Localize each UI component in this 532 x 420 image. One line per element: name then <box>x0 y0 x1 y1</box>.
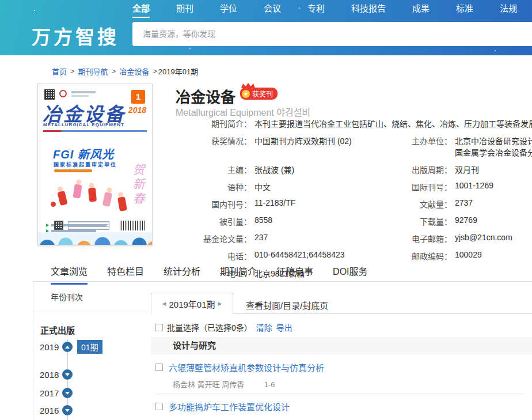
year-label[interactable]: 2019 <box>40 342 59 352</box>
journal-subtitle: Metallurgical Equipment 야김설비 <box>176 105 310 119</box>
field-label: 出版周期： <box>389 164 452 175</box>
cover-child-figure <box>102 192 113 207</box>
cover-bottom-row <box>38 221 153 232</box>
year-row-2017: 2017 <box>33 387 149 399</box>
year-row-2018: 2018 <box>33 369 149 380</box>
page: 全部 期刊 学位 会议 专利 科技报告 成果 标准 法规 万方智搜 首页 > 期… <box>0 0 532 420</box>
issue-content: ◀ 2019年01期 ▶ 查看封面/目录/封底页 批量选择（已选择0条） 清除 … <box>151 285 532 420</box>
field-value: 11-2183/TF <box>254 198 295 210</box>
current-issue-tab[interactable]: ◀ 2019年01期 ▶ <box>151 293 233 314</box>
info-row: 主编：张战波 (兼) 出版周期：双月刊 <box>176 164 532 175</box>
search-input[interactable] <box>132 22 532 46</box>
year-label[interactable]: 2017 <box>40 388 59 398</box>
field-label: 国际刊号： <box>389 181 452 192</box>
field-value: 中国期刊方阵双效期刊 (02) <box>254 135 352 146</box>
year-row-2019: 2019 01期 <box>33 341 149 353</box>
cover-barcode <box>120 221 145 230</box>
field-label: 语种： <box>176 181 252 192</box>
info-row: 国内刊号：11-2183/TF 文献量：2737 <box>176 198 532 210</box>
field-label: 主编： <box>176 164 252 175</box>
issue-chip-01[interactable]: 01期 <box>77 340 102 354</box>
cover-child-figure <box>88 187 97 202</box>
cover-ad-subtitle: 国家标准起重审定单位 <box>54 161 117 168</box>
field-value: 中文 <box>254 181 271 192</box>
nav-item-standard[interactable]: 标准 <box>456 2 473 18</box>
article-checkbox[interactable] <box>155 364 163 371</box>
nav-item-regulation[interactable]: 法规 <box>500 2 517 18</box>
nav-item-degree[interactable]: 学位 <box>220 2 237 18</box>
section-header: 设计与研究 <box>151 337 532 354</box>
article-item: 六辊薄壁管材矫直机参数设计与仿真分析 杨会林 黄开旺 周传香 1-6 <box>155 361 524 389</box>
nav-item-journal[interactable]: 期刊 <box>176 2 193 18</box>
nav-item-conference[interactable]: 会议 <box>264 2 281 18</box>
article-authors: 杨会林 黄开旺 周传香 <box>173 379 262 389</box>
view-cover-toc-link[interactable]: 查看封面/目录/封底页 <box>246 299 328 311</box>
cover-children-illustration <box>38 176 153 221</box>
breadcrumb-home[interactable]: 首页 <box>52 66 67 77</box>
field-value: 237 <box>254 233 268 244</box>
top-nav: 全部 期刊 学位 会议 专利 科技报告 成果 标准 法规 <box>132 0 517 18</box>
cover-wave-decoration <box>38 232 153 245</box>
field-value: 92769 <box>455 215 477 227</box>
next-issue-icon[interactable]: ▶ <box>218 301 222 307</box>
breadcrumb-journal[interactable]: 冶金设备 <box>119 66 149 77</box>
field-value: 1001-1269 <box>455 181 493 192</box>
article-meta: 徐家军 刘昱盛 徐迪 7-10,57 <box>173 418 524 420</box>
breadcrumb-current-issue: 2019年01期 <box>158 66 198 77</box>
year-label[interactable]: 2016 <box>40 406 59 415</box>
field-label: 电子邮箱： <box>389 233 452 244</box>
chevron-down-icon[interactable] <box>62 405 73 415</box>
cover-ad-url-bar <box>54 169 92 172</box>
batch-select-checkbox[interactable] <box>155 324 163 331</box>
site-logo[interactable]: 万方智搜 <box>32 22 119 50</box>
info-row: 获奖情况：中国期刊方阵双效期刊 (02) 主办单位： 北京中冶设备研究设计总院有… <box>176 135 532 158</box>
article-title-link[interactable]: 多功能捣炉车工作装置优化设计 <box>169 400 290 413</box>
article-divider <box>155 393 524 394</box>
cover-child-figure <box>57 191 67 206</box>
field-value: 010-64458421;64458423 <box>254 250 345 262</box>
export-link[interactable]: 导出 <box>276 321 292 333</box>
field-label: 基金论文量： <box>176 233 252 244</box>
field-value: 8558 <box>254 215 272 227</box>
cover-seal-logo <box>59 90 67 97</box>
article-checkbox[interactable] <box>155 403 163 410</box>
nav-item-patent[interactable]: 专利 <box>307 2 325 18</box>
journal-cover-image[interactable]: 1 2018 冶金设备 METALLURGICAL EQUIPMENT FGI … <box>37 84 153 245</box>
field-value: 双月刊 <box>455 164 479 175</box>
issue-row-divider <box>233 313 532 314</box>
year-label[interactable]: 2018 <box>40 370 59 380</box>
breadcrumb-journal-nav[interactable]: 期刊导航 <box>78 66 108 77</box>
batch-select-row: 批量选择（已选择0条） 清除 导出 <box>155 321 292 333</box>
breadcrumb-separator: > <box>112 67 116 75</box>
info-row-intro: 期刊简介： 本刊主要报道当代冶金工业包括矿山、烧结、焦化、冶炼、压力加工等装备发… <box>176 118 532 129</box>
article-title-link[interactable]: 六辊薄壁管材矫直机参数设计与仿真分析 <box>169 361 324 373</box>
cover-bottom-qr <box>54 221 63 230</box>
cover-ball <box>51 202 56 207</box>
cover-child-figure <box>117 196 127 211</box>
article-authors: 徐家军 刘昱盛 徐迪 <box>173 418 262 420</box>
cover-year: 2018 <box>128 105 146 115</box>
nav-item-all[interactable]: 全部 <box>132 2 150 18</box>
field-label: 期刊简介： <box>176 118 252 129</box>
breadcrumb: 首页 > 期刊导航 > 冶金设备 > 2019年01期 <box>52 66 198 77</box>
award-badge-label: 获奖刊 <box>252 89 273 99</box>
nav-item-tech-report[interactable]: 科技报告 <box>351 2 386 18</box>
batch-select-label: 批量选择（已选择0条） <box>167 321 252 333</box>
cover-info-strip <box>43 130 147 132</box>
field-value: 张战波 (兼) <box>254 164 294 175</box>
field-label: 国内刊号： <box>176 198 252 210</box>
chevron-down-icon[interactable] <box>62 388 73 398</box>
sidebar-title: 年份刊次 <box>33 282 149 312</box>
field-label: 电话： <box>176 250 252 262</box>
breadcrumb-separator: > <box>70 67 75 75</box>
field-label: 下载量： <box>389 215 452 227</box>
prev-issue-icon[interactable]: ◀ <box>162 301 166 307</box>
cover-issue-number: 1 <box>131 90 145 104</box>
chevron-up-icon[interactable] <box>62 342 73 352</box>
field-value: yjsb@21cn.com <box>455 233 512 244</box>
info-row: 被引量：8558 下载量：92769 <box>176 215 532 227</box>
field-label: 被引量： <box>176 215 252 227</box>
chevron-down-icon[interactable] <box>62 369 73 380</box>
nav-item-achievement[interactable]: 成果 <box>412 2 430 18</box>
clear-link[interactable]: 清除 <box>256 321 272 333</box>
